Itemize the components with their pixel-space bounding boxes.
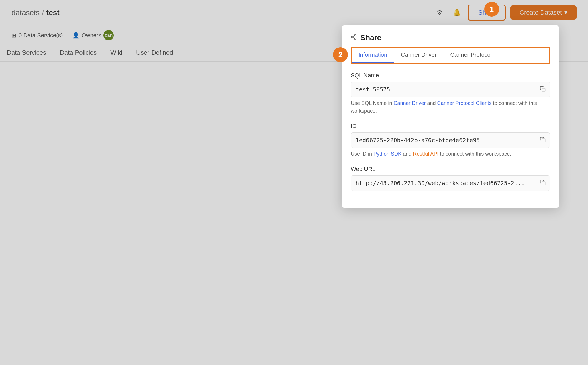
share-tabs-border: Information Canner Driver Canner Protoco… — [351, 47, 550, 64]
web-url-copy-button[interactable] — [535, 176, 550, 191]
tab-canner-protocol[interactable]: Canner Protocol — [444, 48, 499, 63]
sql-name-label: SQL Name — [351, 72, 550, 79]
step-1-badge: 1 — [484, 2, 499, 17]
tab-canner-driver[interactable]: Canner Driver — [394, 48, 443, 63]
share-tabs-wrapper: 2 Information Canner Driver Canner Proto… — [342, 47, 559, 64]
share-panel-icon — [351, 34, 357, 42]
id-group: ID 1ed66725-220b-442b-a76c-bfbe4e62fe95 … — [351, 123, 550, 158]
canner-driver-link[interactable]: Canner Driver — [393, 100, 426, 106]
id-hint-prefix: Use ID in — [351, 151, 373, 157]
svg-line-4 — [353, 35, 355, 36]
id-hint: Use ID in Python SDK and Restful API to … — [351, 150, 550, 158]
copy-icon-url — [540, 180, 546, 187]
id-input-row: 1ed66725-220b-442b-a76c-bfbe4e62fe95 — [351, 132, 550, 148]
id-hint-middle: and — [403, 151, 413, 157]
id-hint-suffix: to connect with this workspace. — [440, 151, 511, 157]
svg-line-3 — [353, 37, 355, 38]
id-label: ID — [351, 123, 550, 129]
copy-icon-id — [540, 137, 546, 144]
restful-api-link[interactable]: Restful API — [413, 151, 438, 157]
page-wrapper: datasets / test ⚙ 🔔 1 Share Create Datas… — [0, 0, 588, 365]
copy-icon — [540, 86, 546, 93]
web-url-input-row: http://43.206.221.30/web/workspaces/1ed6… — [351, 175, 550, 191]
python-sdk-link[interactable]: Python SDK — [373, 151, 401, 157]
web-url-label: Web URL — [351, 166, 550, 172]
svg-rect-5 — [542, 88, 545, 91]
svg-rect-7 — [542, 182, 545, 185]
share-tabs: Information Canner Driver Canner Protoco… — [352, 48, 549, 63]
sql-name-group: SQL Name test_58575 Use SQL Name in Cann… — [351, 72, 550, 115]
sql-name-hint-middle: and — [427, 100, 437, 106]
canner-protocol-clients-link[interactable]: Canner Protocol Clients — [437, 100, 492, 106]
sql-name-value: test_58575 — [351, 82, 535, 97]
tab-information[interactable]: Information — [352, 48, 394, 63]
web-url-group: Web URL http://43.206.221.30/web/workspa… — [351, 166, 550, 191]
sql-name-hint-prefix: Use SQL Name in — [351, 100, 393, 106]
id-copy-button[interactable] — [535, 133, 550, 148]
share-panel-header: Share — [342, 25, 559, 42]
sql-name-hint: Use SQL Name in Canner Driver and Canner… — [351, 99, 550, 115]
share-panel-content: SQL Name test_58575 Use SQL Name in Cann… — [342, 64, 559, 191]
sql-name-copy-button[interactable] — [535, 82, 550, 97]
sql-name-input-row: test_58575 — [351, 82, 550, 97]
step-2-badge: 2 — [333, 47, 348, 62]
web-url-value: http://43.206.221.30/web/workspaces/1ed6… — [351, 176, 535, 191]
share-panel-title: Share — [360, 33, 381, 42]
share-panel: Share 2 Information Canner Driver Canner… — [342, 25, 559, 208]
id-value: 1ed66725-220b-442b-a76c-bfbe4e62fe95 — [351, 133, 535, 148]
svg-rect-6 — [542, 139, 545, 142]
